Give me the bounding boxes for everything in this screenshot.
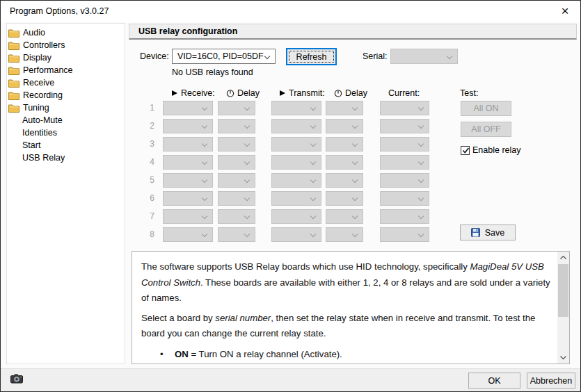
receive-state-select bbox=[163, 155, 213, 170]
checkmark-icon bbox=[461, 146, 470, 155]
transmit-header-label: Transmit: bbox=[289, 88, 325, 98]
relay-row: 6 bbox=[132, 191, 445, 206]
chevron-down-icon bbox=[202, 159, 207, 165]
scrollbar[interactable] bbox=[557, 252, 569, 364]
current-column-header: Current: bbox=[388, 88, 420, 98]
current-state-select bbox=[380, 227, 429, 242]
current-state-select bbox=[380, 137, 429, 152]
panel-title: USB relay configuration bbox=[129, 24, 577, 40]
cancel-button[interactable]: Abbrechen bbox=[527, 373, 575, 389]
relay-row: 3 bbox=[132, 137, 445, 152]
clock-icon bbox=[226, 89, 234, 97]
chevron-down-icon bbox=[418, 177, 424, 183]
all-on-button-label: All ON bbox=[473, 104, 498, 113]
sidebar-item-controllers[interactable]: Controllers bbox=[7, 39, 125, 51]
folder-icon bbox=[8, 41, 19, 50]
sidebar-item-label: Start bbox=[22, 140, 40, 150]
relay-row-number: 2 bbox=[132, 119, 163, 133]
relay-row-number: 1 bbox=[132, 101, 163, 115]
receive-state-select bbox=[163, 137, 213, 152]
serial-select bbox=[390, 49, 458, 64]
sidebar-item-start[interactable]: Start bbox=[7, 139, 125, 152]
transmit-state-select bbox=[271, 119, 321, 133]
transmit-state-select bbox=[271, 155, 321, 170]
chevron-down-icon bbox=[202, 231, 207, 237]
relay-row: 2 bbox=[132, 119, 445, 133]
transmit-delay-select bbox=[326, 173, 363, 188]
folder-icon bbox=[8, 91, 19, 100]
enable-relay-option[interactable]: Enable relay bbox=[461, 145, 521, 155]
sidebar-item-label: USB Relay bbox=[22, 153, 65, 163]
receive-delay-select bbox=[218, 137, 255, 152]
sidebar-item-auto-mute[interactable]: Auto-Mute bbox=[7, 114, 125, 126]
sidebar-item-performance[interactable]: Performance bbox=[7, 64, 125, 76]
enable-relay-label: Enable relay bbox=[472, 145, 521, 155]
sidebar-item-display[interactable]: Display bbox=[7, 51, 125, 64]
save-button[interactable]: Save bbox=[460, 224, 516, 240]
footer-bar: OK Abbrechen bbox=[1, 369, 580, 391]
sidebar-item-identities[interactable]: Identities bbox=[7, 126, 125, 139]
current-state-select bbox=[380, 119, 429, 133]
receive-header-label: Receive: bbox=[181, 88, 215, 98]
current-state-select bbox=[380, 209, 429, 224]
chevron-down-icon bbox=[244, 195, 250, 201]
chevron-down-icon bbox=[202, 105, 207, 111]
receive-delay-select bbox=[218, 191, 255, 206]
sidebar-item-usb-relay[interactable]: USB Relay bbox=[7, 152, 125, 164]
chevron-down-icon bbox=[202, 123, 207, 129]
device-select[interactable]: VID=16C0, PID=05DF bbox=[172, 49, 276, 64]
scrollbar-thumb[interactable] bbox=[558, 264, 568, 317]
close-icon[interactable]: × bbox=[555, 3, 575, 19]
folder-icon bbox=[8, 28, 19, 38]
chevron-down-icon bbox=[310, 141, 316, 147]
chevron-down-icon bbox=[202, 213, 207, 219]
relay-row: 7 bbox=[132, 209, 445, 224]
enable-relay-checkbox[interactable] bbox=[461, 146, 470, 155]
all-off-button-label: All OFF bbox=[471, 124, 500, 134]
sidebar-item-recording[interactable]: Recording bbox=[7, 89, 125, 101]
receive-state-select bbox=[163, 227, 213, 242]
camera-icon[interactable] bbox=[10, 373, 23, 384]
chevron-down-icon bbox=[310, 177, 316, 183]
folder-icon bbox=[8, 54, 19, 63]
chevron-down-icon bbox=[352, 195, 358, 201]
delay-header-label: Delay bbox=[237, 88, 260, 98]
receive-state-select bbox=[163, 119, 213, 133]
chevron-down-icon bbox=[352, 141, 358, 147]
transmit-delay-select bbox=[326, 137, 363, 152]
ok-button[interactable]: OK bbox=[468, 373, 520, 389]
receive-delay-select bbox=[218, 209, 255, 224]
chevron-down-icon bbox=[244, 213, 250, 219]
transmit-state-select bbox=[271, 137, 321, 152]
receive-delay-select bbox=[218, 119, 255, 133]
device-select-value: VID=16C0, PID=05DF bbox=[177, 51, 264, 61]
chevron-down-icon bbox=[310, 195, 316, 201]
clock-icon bbox=[334, 89, 342, 97]
sidebar-item-label: Performance bbox=[23, 65, 73, 75]
help-text: The software supports USB Relay boards w… bbox=[132, 252, 557, 364]
chevron-down-icon bbox=[202, 195, 207, 201]
help-paragraph: The software supports USB Relay boards w… bbox=[141, 259, 553, 307]
sidebar-item-label: Display bbox=[23, 53, 51, 63]
chevron-down-icon bbox=[418, 123, 424, 129]
scroll-down-icon[interactable] bbox=[557, 352, 569, 364]
sidebar-item-receive[interactable]: Receive bbox=[7, 76, 125, 89]
transmit-state-select bbox=[271, 209, 321, 224]
title-bar: Program Options, v3.0.27 × bbox=[1, 1, 580, 22]
all-on-button: All ON bbox=[461, 101, 511, 116]
scroll-up-icon[interactable] bbox=[557, 252, 569, 263]
relay-row: 8 bbox=[132, 227, 445, 242]
refresh-button[interactable]: Refresh bbox=[286, 48, 337, 65]
transmit-state-select bbox=[271, 173, 321, 188]
sidebar-item-audio[interactable]: Audio bbox=[7, 26, 125, 39]
chevron-down-icon bbox=[418, 159, 424, 165]
transmit-column-header: Transmit: bbox=[280, 88, 325, 98]
help-text-box: The software supports USB Relay boards w… bbox=[132, 251, 570, 364]
relay-row-number: 6 bbox=[132, 191, 163, 206]
test-column-header: Test: bbox=[460, 88, 478, 98]
chevron-down-icon bbox=[352, 159, 358, 165]
save-button-label: Save bbox=[485, 228, 505, 238]
sidebar-item-tuning[interactable]: Tuning bbox=[7, 101, 125, 114]
sidebar-item-label: Recording bbox=[23, 90, 63, 100]
sidebar-item-label: Identities bbox=[22, 128, 57, 138]
